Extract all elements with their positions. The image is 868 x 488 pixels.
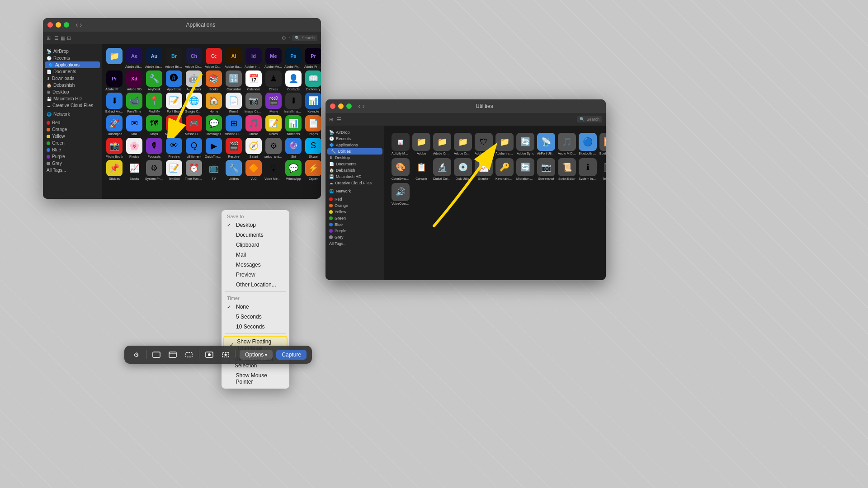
forward-icon-right[interactable]: › [362, 102, 364, 110]
sidebar-item-recents-r[interactable]: 🕐 Recents [326, 136, 384, 142]
sidebar-item-utilities-r[interactable]: 🔧 Utilities [327, 148, 382, 155]
gallery-view-icon[interactable]: ⊟ [67, 35, 71, 41]
app-icon-home[interactable]: 🏠 Home [205, 93, 223, 113]
app-icon-qtime[interactable]: ▶ QuickTime Player [205, 138, 223, 159]
close-button-right[interactable] [330, 103, 335, 109]
app-icon-siri[interactable]: 🔮 Siri [284, 138, 302, 159]
sidebar-item-tag-yellow[interactable]: Yellow [43, 133, 102, 140]
sidebar-item-network[interactable]: 🌐 Network [43, 111, 102, 117]
sidebar-item-documents-r[interactable]: 📄 Documents [326, 161, 384, 167]
toolbar-screen-record-icon[interactable] [203, 348, 216, 361]
menu-item-show-mouse[interactable]: Show Mouse Pointer [222, 371, 289, 387]
sidebar-item-applications[interactable]: 🔷 Applications [45, 61, 100, 68]
util-digital-colour[interactable]: 🔬 Digital Colour Meter [433, 158, 451, 181]
app-icon-pages[interactable]: 📄 Pages [304, 115, 321, 136]
app-icon-red[interactable]: 🎬 Resolve [225, 138, 243, 159]
back-icon-right[interactable]: ‹ [358, 102, 360, 110]
sidebar-item-desktop-r[interactable]: 🖥 Desktop [326, 155, 384, 161]
app-icon-chess[interactable]: ♟ Chess [264, 70, 283, 91]
sidebar-item-tag-blue[interactable]: Blue [43, 146, 102, 153]
app-icon-xd[interactable]: Xd Adobe XD [125, 70, 143, 91]
app-icon-ps[interactable]: Ps Adobe Photoshop 2022 [284, 48, 302, 69]
util-bootcamp[interactable]: 🪟 Boot Camp Assistant [599, 133, 606, 155]
app-icon-installmacos[interactable]: ⬇ Install macOS Monterey [284, 93, 302, 113]
app-icon-syspref[interactable]: ⚙ System Preferences [145, 160, 163, 181]
util-grapher[interactable]: 📈 Grapher [475, 158, 493, 181]
sidebar-item-all-tags-r[interactable]: All Tags... [326, 240, 384, 247]
list-view-icon[interactable]: ☰ [54, 35, 59, 41]
app-icon-cc[interactable]: Cc Adobe Creative Cloud [205, 48, 223, 69]
app-icon-maps[interactable]: 🗺 Maps [145, 115, 163, 136]
forward-icon[interactable]: › [80, 21, 82, 29]
sidebar-item-desktop[interactable]: 🖥 Desktop [43, 89, 102, 95]
app-icon-setup[interactable]: ⚙ setup_amidesktop [264, 138, 283, 159]
app-icon-messages[interactable]: 💬 Messages [205, 115, 223, 136]
sidebar-item-airdrop-r[interactable]: 📡 AirDrop [326, 129, 384, 136]
menu-item-clipboard[interactable]: Clipboard [222, 240, 289, 250]
util-colorsync[interactable]: 🎨 ColorSync Utility [392, 158, 410, 181]
util-keychain[interactable]: 🔑 Keychain Access [495, 158, 514, 181]
toolbar-settings-icon[interactable]: ⚙ [130, 348, 142, 361]
app-icon-contacts[interactable]: 👤 Contacts [284, 70, 302, 91]
util-voiceover[interactable]: 🔊 VoiceOver Utility [392, 183, 410, 206]
sidebar-item-airdrop[interactable]: 📡 AirDrop [43, 48, 102, 55]
toolbar-selection-record-icon[interactable] [219, 348, 232, 361]
sidebar-item-tag-red[interactable]: Red [43, 119, 102, 126]
app-icon-tes[interactable]: 📄 iTerm2 [225, 93, 243, 113]
app-icon-automator[interactable]: 🤖 Automator [185, 70, 203, 91]
app-icon-stocks[interactable]: 📈 Stocks [125, 160, 143, 181]
util-activity-monitor[interactable]: 📊 Activity Monitor [392, 133, 410, 155]
list-view-icon-right[interactable]: ☰ [337, 117, 341, 122]
app-icon-me[interactable]: Me Adobe Media Encoder 2022 [264, 48, 283, 69]
sidebar-item-macintosh[interactable]: 💾 Macintosh HD [43, 95, 102, 102]
app-icon-safari[interactable]: 🧭 Safari [245, 138, 263, 159]
menu-item-5seconds[interactable]: 5 Seconds [222, 312, 289, 322]
app-icon-appstore[interactable]: 🅐 App Store [165, 70, 183, 91]
app-icon-music[interactable]: 🎵 Music [245, 115, 263, 136]
back-icon[interactable]: ‹ [75, 21, 78, 29]
app-icon-photobooth[interactable]: 📸 Photo Booth [105, 138, 123, 159]
menu-item-other-location[interactable]: Other Location... [222, 280, 289, 290]
app-icon-launchpad[interactable]: 🚀 Launchpad [105, 115, 123, 136]
search-bar-right[interactable]: 🔍 Search [577, 116, 602, 122]
app-icon-mission[interactable]: ⊞ Mission Control [225, 115, 243, 136]
menu-item-preview[interactable]: Preview [222, 270, 289, 280]
sidebar-item-tag-orange-r[interactable]: Orange [326, 202, 384, 209]
capture-button[interactable]: Capture [276, 350, 307, 360]
util-system-info[interactable]: ℹ System Information [579, 158, 597, 181]
app-icon-mc4d2[interactable]: 🎮 Mason Cinema 4D R22 [185, 115, 203, 136]
sidebar-item-tag-purple-r[interactable]: Purple [326, 228, 384, 234]
util-adobe[interactable]: 📁 Adobe [412, 133, 430, 155]
app-icon-folder[interactable]: 📁 [105, 48, 123, 69]
util-airport[interactable]: 📡 AirPort Utility [537, 133, 555, 155]
util-adobesync[interactable]: 🔄 Adobe Sync [516, 133, 534, 155]
app-icon-calculator[interactable]: 🔢 Calculator [225, 70, 243, 91]
sidebar-item-downloads[interactable]: ⬇ Downloads [43, 75, 102, 82]
util-installers[interactable]: 📁 Adobe Installers [495, 133, 514, 155]
app-icon-id[interactable]: Id Adobe InDesign 2022 [245, 48, 263, 69]
sidebar-item-all-tags[interactable]: All Tags... [43, 167, 102, 174]
column-view-icon[interactable]: ▦ [61, 35, 65, 41]
util-adobe-cc[interactable]: 📁 Adobe Creative Cloud Experience [433, 133, 451, 155]
app-icon-fontbook[interactable]: 📝 Font Book [165, 93, 183, 113]
sidebar-item-tag-blue-r[interactable]: Blue [326, 221, 384, 228]
sidebar-item-tag-grey-r[interactable]: Grey [326, 234, 384, 240]
sidebar-item-debashish-r[interactable]: 🏠 Debashish [326, 167, 384, 174]
sidebar-item-tag-orange[interactable]: Orange [43, 126, 102, 133]
menu-item-documents[interactable]: Documents [222, 230, 289, 240]
menu-item-none[interactable]: ✓ None [222, 302, 289, 312]
nav-buttons-right[interactable]: ‹ › [358, 102, 365, 110]
util-disk-utility[interactable]: 💿 Disk Utility [454, 158, 472, 181]
util-audiomidi[interactable]: 🎵 Audio MIDI Setup [558, 133, 576, 155]
app-icon-preview[interactable]: 👁 Preview [165, 138, 183, 159]
view-icon[interactable]: ⊞ [47, 35, 51, 41]
nav-buttons[interactable]: ‹ › [75, 21, 82, 29]
util-screenshot[interactable]: 📷 Screenshot [537, 158, 555, 181]
app-icon-voicememos[interactable]: 🎙 Voice Memos [264, 160, 283, 181]
menu-item-messages[interactable]: Messages [222, 260, 289, 270]
menu-item-10seconds[interactable]: 10 Seconds [222, 322, 289, 332]
view-icon-right[interactable]: ⊞ [329, 117, 333, 122]
app-icon-calendar[interactable]: 📅 Calendar [245, 70, 263, 91]
toolbar-fullscreen-icon[interactable] [150, 348, 163, 361]
app-icon-imagecapture[interactable]: 📷 Image Capture [245, 93, 263, 113]
